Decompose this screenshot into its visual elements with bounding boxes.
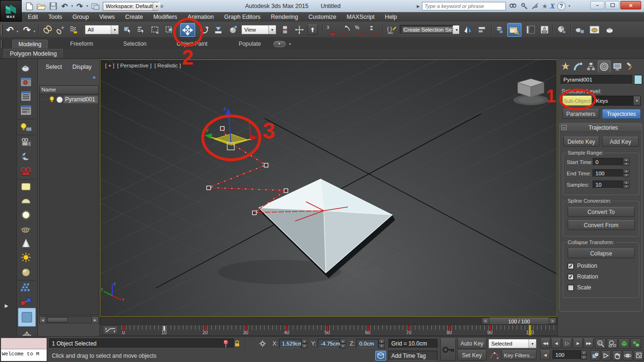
- orbit-view-button[interactable]: [623, 350, 633, 361]
- play-animation-button[interactable]: ▷: [562, 338, 572, 348]
- menu-tools[interactable]: Tools: [43, 14, 67, 20]
- scroll-right-icon[interactable]: ▶: [91, 317, 98, 323]
- use-pivot-point-center-icon[interactable]: [279, 24, 291, 36]
- object-array-icon[interactable]: [17, 280, 35, 295]
- save-file-button[interactable]: [48, 1, 58, 11]
- keyframe-marker-70[interactable]: [408, 326, 410, 331]
- stereo-camera-icon[interactable]: [17, 164, 35, 180]
- active-left-tool-button[interactable]: [18, 308, 36, 327]
- go-to-end-button[interactable]: ▶▶: [584, 338, 594, 348]
- percent-snap-toggle-icon[interactable]: %: [354, 24, 366, 36]
- go-to-start-button[interactable]: ◀◀: [540, 338, 550, 348]
- object-name-label[interactable]: Pyramid001: [64, 96, 98, 103]
- menu-edit[interactable]: Edit: [23, 14, 43, 20]
- perspective-viewport[interactable]: z y z y x [ + ] [ Perspective ] [ Realis…: [100, 59, 557, 317]
- redo-flyout-caret-icon[interactable]: ▼: [86, 5, 89, 8]
- start-time-spinner[interactable]: ▲▼: [623, 158, 629, 166]
- key-filters-button[interactable]: Key Filters...: [502, 350, 537, 360]
- explorer-select-menu[interactable]: Select: [46, 64, 62, 70]
- object-name-field[interactable]: Pyramid001: [561, 75, 632, 84]
- snaps-toggle-3d-icon[interactable]: 3: [325, 24, 338, 36]
- collapse-button[interactable]: Collapse: [568, 248, 635, 258]
- key-mode-toggle-button[interactable]: ◀: [540, 350, 550, 360]
- undo-button[interactable]: ↶: [60, 1, 69, 11]
- ribbon-tab-modeling[interactable]: Modeling: [12, 40, 48, 49]
- new-scene-button[interactable]: [25, 1, 34, 11]
- z-coordinate-field[interactable]: 0.0cm: [356, 339, 379, 348]
- render-production-icon[interactable]: [603, 24, 616, 36]
- time-configuration-button[interactable]: [590, 350, 600, 361]
- keyframe-marker-50[interactable]: [326, 326, 329, 331]
- explorer-row-pyramid001[interactable]: ···· Pyramid001: [40, 94, 98, 105]
- previous-frame-arrow[interactable]: <: [482, 318, 489, 324]
- maximize-viewport-toggle-button[interactable]: [634, 350, 644, 361]
- zoom-button[interactable]: ±: [595, 338, 606, 349]
- undo-caret-icon[interactable]: ▼: [16, 30, 19, 33]
- ribbon-options-caret-icon[interactable]: ▼: [289, 42, 292, 46]
- wireframe-teapot-icon[interactable]: [17, 222, 35, 236]
- hierarchy-tab-icon[interactable]: [585, 61, 597, 73]
- quick-access-overflow-icon[interactable]: ≡: [160, 3, 163, 9]
- camera-speaker-icon[interactable]: [17, 135, 35, 149]
- modify-tab-icon[interactable]: [572, 61, 584, 73]
- explorer-horizontal-scrollbar[interactable]: ◀ ▶: [39, 316, 99, 323]
- close-button[interactable]: ×: [620, 1, 641, 9]
- z-coordinate-spinner[interactable]: ▲▼: [379, 339, 385, 348]
- keyframe-marker-90[interactable]: [489, 326, 491, 331]
- next-frame-button[interactable]: ▶: [573, 338, 583, 348]
- maxscript-mini-listener[interactable]: Welcome to M: [0, 337, 47, 362]
- select-and-manipulate-cross-icon[interactable]: [293, 24, 305, 36]
- unlink-selection-icon[interactable]: ✳: [55, 24, 67, 36]
- exchange-apps-icon[interactable]: X: [550, 2, 555, 10]
- listener-macro-pane[interactable]: [1, 338, 47, 349]
- sub-object-level-dropdown[interactable]: Keys ▼: [593, 96, 641, 106]
- current-frame-field[interactable]: 100: [553, 350, 581, 360]
- sign-in-key-icon[interactable]: [520, 3, 528, 10]
- selection-filter-dropdown[interactable]: All▼: [85, 25, 119, 34]
- time-slider-handle[interactable]: < 100 / 100 >: [482, 318, 556, 324]
- scroll-left-icon[interactable]: ◀: [40, 317, 46, 323]
- infocenter-search-input[interactable]: [422, 2, 506, 10]
- viewport-shading-menu[interactable]: [ Realistic ]: [154, 63, 181, 68]
- current-frame-spinner[interactable]: ▲▼: [581, 350, 587, 360]
- ribbon-tab-selection[interactable]: Selection: [117, 40, 152, 48]
- safe-frame-swatch-icon[interactable]: [17, 180, 35, 194]
- redo-scene-button[interactable]: ↷: [21, 24, 33, 36]
- environment-moon-icon[interactable]: [17, 149, 35, 164]
- light-bulb-icon[interactable]: [48, 96, 56, 103]
- select-and-manipulate-icon[interactable]: [227, 24, 239, 36]
- constraint-dumbbell-icon[interactable]: [17, 295, 35, 309]
- isolate-selection-toggle[interactable]: [222, 339, 230, 348]
- keyboard-shortcut-override-toggle[interactable]: [307, 25, 318, 35]
- menu-graph-editors[interactable]: Graph Editors: [219, 14, 265, 20]
- undo-scene-button[interactable]: ↶: [4, 24, 16, 36]
- menu-create[interactable]: Create: [120, 14, 149, 20]
- add-time-tag-button[interactable]: Add Time Tag: [388, 351, 438, 361]
- zoom-extents-button[interactable]: [619, 338, 629, 349]
- app-logo-button[interactable]: MAX: [0, 0, 22, 22]
- toolbar-grip[interactable]: [1, 25, 3, 35]
- object-color-swatch[interactable]: [634, 75, 642, 84]
- mini-curve-editor-button[interactable]: [103, 326, 118, 335]
- position-checkbox[interactable]: ✓: [568, 263, 574, 269]
- selection-lock-toggle[interactable]: [233, 339, 241, 348]
- named-selection-sets-dropdown[interactable]: Create Selection Se▼: [400, 25, 455, 34]
- scene-explorer-toggle-button[interactable]: [507, 23, 521, 37]
- render-setup-dialog-icon[interactable]: [17, 89, 35, 103]
- select-by-name-icon[interactable]: [135, 24, 147, 36]
- keyframe-marker-0[interactable]: [123, 326, 125, 331]
- communication-center-icon[interactable]: [531, 3, 539, 9]
- gizmo-z-axis-arrow[interactable]: [225, 108, 231, 115]
- menu-customize[interactable]: Customize: [303, 14, 341, 20]
- samples-spinner[interactable]: ▲▼: [623, 181, 629, 189]
- omni-light-icon[interactable]: [17, 208, 35, 222]
- pan-view-button[interactable]: [612, 350, 622, 361]
- y-coordinate-field[interactable]: -4.75cm: [318, 339, 340, 348]
- auto-key-button[interactable]: Auto Key: [457, 338, 487, 349]
- listener-script-pane[interactable]: Welcome to M: [1, 349, 47, 361]
- keyframe-marker-80[interactable]: [448, 326, 451, 331]
- samples-field[interactable]: 10: [593, 181, 623, 189]
- geometry-sphere-icon[interactable]: [56, 96, 64, 103]
- skylight-dome-icon[interactable]: [17, 194, 35, 208]
- menu-rendering[interactable]: Rendering: [266, 14, 304, 20]
